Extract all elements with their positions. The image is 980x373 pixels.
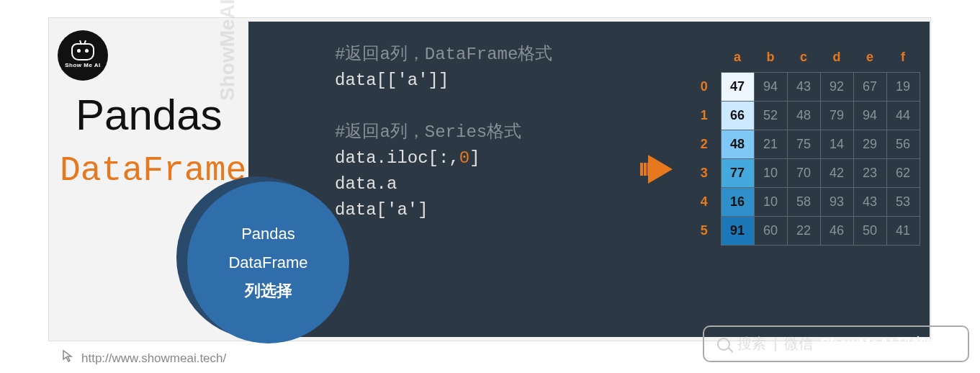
cell: 50: [853, 216, 886, 245]
row-index: 4: [688, 187, 721, 216]
cell: 10: [754, 158, 787, 187]
circle-line-2: DataFrame: [228, 248, 307, 277]
brand-logo: Show Me AI: [58, 30, 108, 81]
cell: 94: [853, 101, 886, 130]
cell: 93: [820, 187, 853, 216]
robot-face-icon: [71, 43, 94, 60]
cell: 43: [787, 72, 820, 101]
cell: 53: [886, 187, 920, 216]
code-comment-1: #返回a列，DataFrame格式: [335, 45, 552, 64]
col-header: e: [853, 43, 886, 72]
cell: 60: [754, 216, 787, 245]
watermark-right: ShowMeAI: [976, 216, 980, 347]
cell: 52: [754, 101, 787, 130]
footer: http://www.showmeai.tech/: [61, 349, 226, 367]
cell: 44: [886, 101, 920, 130]
code-line-4: data['a']: [335, 200, 428, 220]
search-box: 搜索 | 微信 ShowMeAI 研究中心: [703, 325, 969, 362]
cell: 41: [886, 216, 920, 245]
dataframe-table: abcdef 047944392671916652487994442482175…: [688, 43, 920, 246]
cell: 62: [886, 158, 920, 187]
row-index: 3: [688, 158, 721, 187]
cell: 16: [721, 187, 754, 216]
title-dataframe: DataFrame: [60, 151, 246, 190]
title-pandas: Pandas: [76, 90, 222, 140]
col-header: c: [787, 43, 820, 72]
search-text-1: 搜索: [737, 334, 766, 354]
code-line-3: data.a: [335, 174, 397, 194]
code-line-1: data[['a']]: [335, 71, 449, 90]
code-comment-2: #返回a列，Series格式: [335, 122, 521, 142]
cell: 43: [853, 187, 886, 216]
cell: 48: [787, 101, 820, 130]
cell: 66: [721, 101, 754, 130]
row-index: 2: [688, 130, 721, 158]
cursor-icon: [61, 349, 76, 367]
brand-tag: Show Me AI: [65, 62, 101, 68]
cell: 67: [853, 72, 886, 101]
search-sep: |: [773, 336, 777, 352]
code-line-2b: ]: [469, 148, 480, 168]
topic-circle: Pandas DataFrame 列选择: [187, 181, 349, 343]
cell: 47: [721, 72, 754, 101]
cell: 23: [853, 158, 886, 187]
cell: 92: [820, 72, 853, 101]
cell: 70: [787, 158, 820, 187]
cell: 48: [721, 130, 754, 158]
cell: 10: [754, 187, 787, 216]
cell: 46: [820, 216, 853, 245]
cell: 19: [886, 72, 920, 101]
cell: 91: [721, 216, 754, 245]
cell: 29: [853, 130, 886, 158]
circle-line-1: Pandas: [241, 220, 295, 248]
row-index: 1: [688, 101, 721, 130]
col-header: a: [721, 43, 754, 72]
cell: 22: [787, 216, 820, 245]
search-text-3: ShowMeAI 研究中心: [820, 334, 955, 354]
cell: 21: [754, 130, 787, 158]
watermark-left: ShowMeAI: [216, 0, 239, 101]
row-index: 0: [688, 72, 721, 101]
code-line-2a: data.iloc[:,: [335, 148, 459, 168]
arrow-icon: [648, 155, 673, 184]
cell: 75: [787, 130, 820, 158]
cell: 14: [820, 130, 853, 158]
col-header: f: [886, 43, 920, 72]
cell: 58: [787, 187, 820, 216]
cell: 77: [721, 158, 754, 187]
cell: 42: [820, 158, 853, 187]
search-icon: [717, 338, 730, 351]
footer-url: http://www.showmeai.tech/: [81, 351, 226, 366]
code-highlight-0: 0: [459, 148, 469, 168]
col-header: d: [820, 43, 853, 72]
col-header: b: [754, 43, 787, 72]
row-index: 5: [688, 216, 721, 245]
cell: 79: [820, 101, 853, 130]
cell: 56: [886, 130, 920, 158]
circle-line-3: 列选择: [245, 277, 292, 305]
code-block: #返回a列，DataFrame格式 data[['a']] #返回a列，Seri…: [335, 42, 552, 223]
search-text-2: 微信: [784, 334, 813, 354]
cell: 94: [754, 72, 787, 101]
